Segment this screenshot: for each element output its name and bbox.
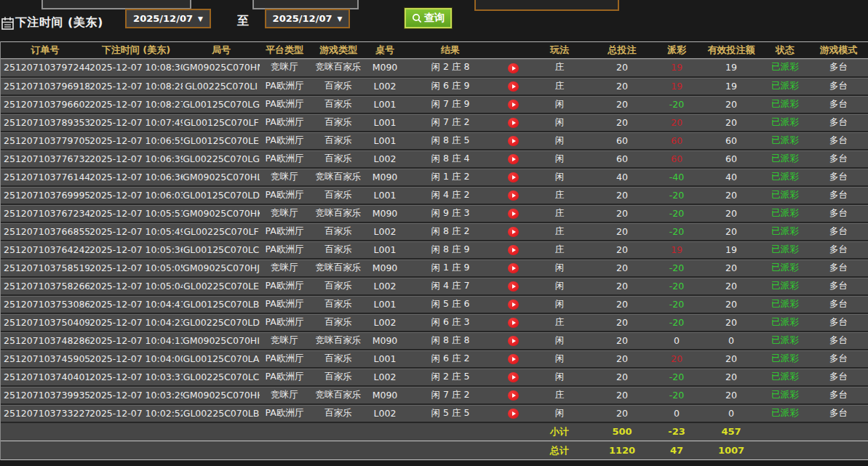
cell-order: 251207103740401 [1,368,89,386]
cell-status: 已派彩 [762,313,808,332]
cell-video [498,241,527,259]
chevron-down-icon: ▼ [198,15,203,23]
table-row: 2512071037972442025-12-07 10:08:30GM0902… [1,59,868,77]
cell-time: 2025-12-07 10:03:29 [89,386,183,404]
cell-mode: 多台 [808,222,868,241]
cell-play: 庄 [527,313,592,332]
cell-order: 251207103753086 [1,295,89,313]
replay-video-icon[interactable] [508,81,519,92]
cell-valid_bet: 19 [701,241,762,259]
cell-result: 闲 1 庄 2 [402,168,498,186]
chevron-down-icon: ▼ [337,15,342,23]
cell-platform: 竞咪厅 [260,259,309,277]
cell-result: 闲 8 庄 9 [402,241,498,259]
replay-video-icon[interactable] [508,136,519,146]
query-button[interactable]: 查询 [405,8,452,28]
cell-table_no: M090 [367,332,402,350]
date-from-value: 2025/12/07 [133,13,193,24]
replay-video-icon[interactable] [508,281,519,292]
cell-payout: -20 [653,222,701,241]
cell-play: 庄 [527,186,592,204]
empty-cell [183,441,260,460]
top-input-box-3[interactable] [474,0,619,11]
cell-status: 已派彩 [762,132,808,150]
cell-game: 竞咪百家乐 [309,168,367,186]
replay-video-icon[interactable] [508,209,519,219]
subtotal-payout: -23 [653,422,701,441]
column-header-9: 总投注 [592,42,653,59]
replay-video-icon[interactable] [508,336,519,346]
cell-time: 2025-12-07 10:04:13 [89,332,183,350]
cell-video [498,404,527,422]
bet-time-label: 下注时间 (美东) [15,15,103,31]
cell-valid_bet: 20 [701,222,762,241]
replay-video-icon[interactable] [508,390,519,401]
empty-cell [89,441,183,460]
column-header-7 [498,42,527,59]
cell-game: 百家乐 [309,77,367,95]
cell-order: 251207103797244 [1,59,89,77]
cell-total_bet: 20 [592,204,653,222]
cell-game: 竞咪百家乐 [309,259,367,277]
replay-video-icon[interactable] [508,354,519,364]
cell-mode: 多台 [808,113,868,132]
cell-video [498,295,527,313]
replay-video-icon[interactable] [508,172,519,182]
replay-video-icon[interactable] [508,263,519,273]
cell-status: 已派彩 [762,77,808,95]
cell-result: 闲 2 庄 5 [402,368,498,386]
replay-video-icon[interactable] [508,300,519,310]
cell-status: 已派彩 [762,95,808,113]
column-header-4: 游戏类型 [309,42,367,59]
empty-cell [402,441,498,460]
replay-video-icon[interactable] [508,118,519,128]
replay-video-icon[interactable] [508,227,519,237]
cell-status: 已派彩 [762,295,808,313]
cell-play: 闲 [527,113,592,132]
cell-platform: PA欧洲厅 [260,222,309,241]
replay-video-icon[interactable] [508,190,519,201]
replay-video-icon[interactable] [508,372,519,382]
cell-result: 闲 7 庄 2 [402,386,498,404]
bet-records-table-wrap: 订单号下注时间 (美东)局号平台类型游戏类型桌号结果玩法总投注派彩有效投注额状态… [0,41,868,460]
grand-total-valid-bet: 1007 [701,441,762,460]
table-row: 2512071037404012025-12-07 10:03:31GL0022… [1,368,868,386]
empty-cell [367,422,402,441]
replay-video-icon[interactable] [508,245,519,255]
cell-valid_bet: 60 [701,132,762,150]
replay-video-icon[interactable] [508,318,519,328]
cell-table_no: L002 [367,77,402,95]
cell-payout: 19 [653,59,701,77]
cell-game: 竞咪百家乐 [309,204,367,222]
cell-table_no: L001 [367,186,402,204]
cell-round: GL00125C070LA [183,350,260,368]
cell-time: 2025-12-07 10:05:04 [89,277,183,295]
cell-result: 闲 7 庄 2 [402,113,498,132]
cell-video [498,259,527,277]
cell-total_bet: 20 [592,59,653,77]
grand-total-payout: 47 [653,441,701,460]
date-from-select[interactable]: 2025/12/07 ▼ [125,9,211,28]
to-label: 至 [237,14,249,29]
cell-game: 百家乐 [309,132,367,150]
cell-valid_bet: 40 [701,168,762,186]
replay-video-icon[interactable] [508,409,519,419]
cell-video [498,168,527,186]
date-to-select[interactable]: 2025/12/07 ▼ [265,9,350,28]
column-header-12: 状态 [762,42,808,59]
replay-video-icon[interactable] [508,154,519,164]
cell-result: 闲 8 庄 8 [402,332,498,350]
replay-video-icon[interactable] [508,63,519,73]
cell-order: 251207103764242 [1,241,89,259]
cell-game: 竞咪百家乐 [309,59,367,77]
cell-order: 251207103750409 [1,313,89,332]
cell-game: 百家乐 [309,241,367,259]
subtotal-row: 小计500-23457 [1,422,868,441]
cell-mode: 多台 [808,132,868,150]
cell-status: 已派彩 [762,277,808,295]
table-row: 2512071037504092025-12-07 10:04:23GL0022… [1,313,868,332]
cell-round: GL00125C070LF [183,113,260,132]
replay-video-icon[interactable] [508,100,519,110]
table-row: 2512071037761442025-12-07 10:06:36GM0902… [1,168,868,186]
cell-round: GM09025C070HH [183,386,260,404]
